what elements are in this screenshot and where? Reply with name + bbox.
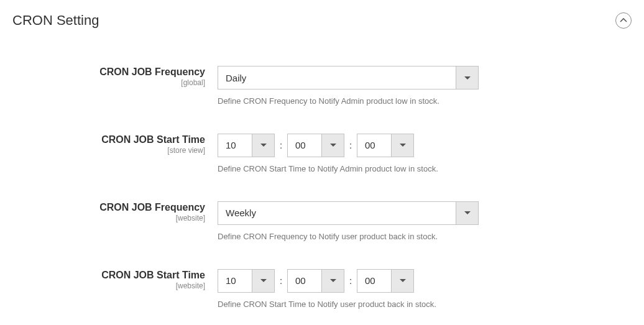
field-help: Define CRON Start Time to Notify user pr… (218, 299, 485, 311)
select-arrow (321, 134, 344, 157)
chevron-down-icon (330, 279, 336, 282)
cron-setting-section: CRON Setting CRON JOB Frequency [global]… (0, 0, 644, 325)
select-value: 00 (357, 270, 391, 292)
select-value: 00 (288, 270, 321, 292)
select-arrow (456, 202, 478, 224)
select-value: 00 (288, 134, 321, 157)
time-picker: 10 : 00 : 00 (218, 269, 414, 293)
chevron-down-icon (330, 144, 336, 147)
select-arrow (252, 270, 274, 292)
chevron-down-icon (260, 144, 267, 147)
label-column: CRON JOB Frequency [global] (12, 66, 218, 87)
label-column: CRON JOB Start Time [website] (12, 269, 218, 290)
cron-start-user-second-select[interactable]: 00 (357, 269, 414, 293)
field-scope: [website] (12, 282, 205, 290)
select-arrow (391, 134, 413, 157)
label-column: CRON JOB Start Time [store view] (12, 134, 218, 155)
cron-frequency-user-select[interactable]: Weekly (218, 201, 479, 225)
field-help: Define CRON Frequency to Notify user pro… (218, 231, 485, 243)
control-column: Daily Define CRON Frequency to Notify Ad… (218, 66, 632, 108)
control-column: 10 : 00 : 00 Define CRON Start Time to N… (218, 134, 632, 175)
cron-start-admin-second-select[interactable]: 00 (357, 134, 414, 157)
field-help: Define CRON Frequency to Notify Admin pr… (218, 96, 485, 108)
select-arrow (391, 270, 413, 292)
field-cron-frequency-admin: CRON JOB Frequency [global] Daily Define… (12, 66, 632, 108)
control-column: 10 : 00 : 00 Define CRON Start Time to N… (218, 269, 632, 311)
select-arrow (252, 134, 274, 157)
select-arrow (456, 66, 478, 89)
field-cron-frequency-user: CRON JOB Frequency [website] Weekly Defi… (12, 201, 632, 243)
select-value: 10 (218, 134, 252, 157)
field-scope: [website] (12, 214, 205, 222)
field-label: CRON JOB Start Time (12, 134, 205, 145)
cron-start-admin-minute-select[interactable]: 00 (287, 134, 344, 157)
field-label: CRON JOB Frequency (12, 201, 205, 213)
field-scope: [store view] (12, 146, 205, 155)
chevron-up-icon (620, 18, 627, 23)
label-column: CRON JOB Frequency [website] (12, 201, 218, 222)
chevron-down-icon (464, 211, 471, 214)
select-value: 10 (218, 270, 252, 292)
time-separator: : (275, 275, 287, 286)
select-value: Weekly (218, 202, 456, 224)
section-header: CRON Setting (12, 12, 632, 29)
select-value: Daily (218, 66, 456, 89)
chevron-down-icon (400, 144, 406, 147)
control-column: Weekly Define CRON Frequency to Notify u… (218, 201, 632, 243)
cron-start-user-hour-select[interactable]: 10 (218, 269, 275, 293)
cron-frequency-admin-select[interactable]: Daily (218, 66, 479, 89)
field-help: Define CRON Start Time to Notify Admin p… (218, 163, 485, 175)
time-picker: 10 : 00 : 00 (218, 134, 414, 157)
section-title: CRON Setting (12, 12, 99, 29)
time-separator: : (344, 275, 357, 286)
field-cron-start-time-user: CRON JOB Start Time [website] 10 : 00 : … (12, 269, 632, 311)
field-cron-start-time-admin: CRON JOB Start Time [store view] 10 : 00… (12, 134, 632, 175)
time-separator: : (344, 140, 357, 150)
chevron-down-icon (260, 279, 267, 282)
cron-start-admin-hour-select[interactable]: 10 (218, 134, 275, 157)
field-label: CRON JOB Frequency (12, 66, 205, 78)
chevron-down-icon (464, 76, 471, 80)
field-label: CRON JOB Start Time (12, 269, 205, 281)
select-value: 00 (357, 134, 391, 157)
time-separator: : (275, 140, 287, 150)
field-scope: [global] (12, 78, 205, 87)
chevron-down-icon (400, 279, 406, 282)
collapse-toggle-button[interactable] (615, 12, 632, 29)
cron-start-user-minute-select[interactable]: 00 (287, 269, 344, 293)
select-arrow (321, 270, 344, 292)
